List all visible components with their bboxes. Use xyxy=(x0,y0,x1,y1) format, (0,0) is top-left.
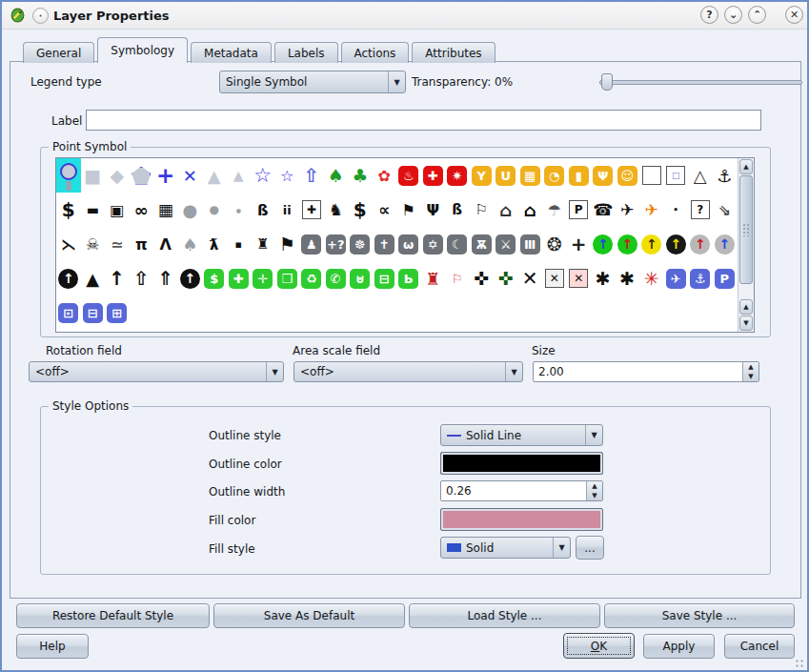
symbol-cinema[interactable]: ▦ xyxy=(518,158,543,193)
symbol-car[interactable]: ∞ xyxy=(130,193,154,227)
symbol-flower[interactable]: ✿ xyxy=(373,158,397,193)
save-style-button[interactable]: Save Style ... xyxy=(604,603,795,628)
symbol-arrow-yellow-black[interactable]: ↑ xyxy=(639,227,664,261)
symbol-shopping-cart[interactable]: ⊟ xyxy=(373,261,397,295)
symbol-anchor[interactable]: ⚓ xyxy=(713,158,738,193)
save-as-default-button[interactable]: Save As Default xyxy=(213,603,405,628)
symbol-star-open[interactable]: ☆ xyxy=(251,158,275,193)
symbol-first-aid-green[interactable]: ✚ xyxy=(227,261,252,295)
symbol-skier[interactable]: ⋋ xyxy=(56,227,81,261)
symbol-conifer-tree[interactable]: ♠ xyxy=(324,158,349,193)
symbol-tram[interactable]: ⊞ xyxy=(105,295,130,330)
symbol-circle-medium[interactable]: ● xyxy=(202,193,227,227)
symbol-point[interactable]: • xyxy=(664,193,689,227)
symbol-arrow-green-red[interactable]: ↑ xyxy=(616,227,640,261)
symbol-house-outline[interactable]: ⌂ xyxy=(494,193,518,227)
symbol-star[interactable]: ☆ xyxy=(275,158,300,193)
symbol-empty-square[interactable] xyxy=(639,158,664,193)
symbol-big-flag[interactable]: ⚑ xyxy=(275,227,300,261)
outline-color-swatch[interactable] xyxy=(440,452,603,475)
rotation-field-combo[interactable]: <off> ▼ xyxy=(29,361,284,382)
symbol-first-aid[interactable]: ✚ xyxy=(421,158,446,193)
symbol-telephone[interactable]: ☎ xyxy=(591,193,616,227)
symbol-money[interactable]: $ xyxy=(202,261,227,295)
symbol-fuel-pump[interactable]: ß xyxy=(445,193,470,227)
symbol-survey-cross[interactable]: ✜ xyxy=(470,261,495,295)
symbol-x-mark[interactable]: ✕ xyxy=(518,261,543,295)
symbol-airport[interactable]: ✈ xyxy=(664,261,689,295)
symbol-triangle[interactable]: ▲ xyxy=(202,158,227,193)
symbol-taxi[interactable]: ⊡ xyxy=(56,295,81,330)
symbol-north-arrow-3[interactable]: ⇑ xyxy=(153,261,178,295)
scroll-up-icon[interactable]: ▲ xyxy=(739,159,753,174)
cancel-button[interactable]: Cancel xyxy=(724,634,795,659)
symbol-circle-large[interactable]: ● xyxy=(178,193,203,227)
tab-general[interactable]: General xyxy=(23,42,94,63)
symbol-camera[interactable]: ▣ xyxy=(105,193,130,227)
symbol-cafe[interactable]: U xyxy=(494,158,518,193)
symbol-hospital[interactable]: ✚ xyxy=(299,193,324,227)
symbol-ticket[interactable]: ❒ xyxy=(275,261,300,295)
symbol-hindu[interactable]: ω xyxy=(396,227,421,261)
symbol-dollar[interactable]: $ xyxy=(56,193,81,227)
symbol-building[interactable]: ▦ xyxy=(153,193,178,227)
shade-button[interactable]: ⌄ xyxy=(724,6,742,24)
symbol-jewish[interactable]: ✡ xyxy=(421,227,446,261)
symbol-golf-pin[interactable]: ⚐ xyxy=(445,261,470,295)
fill-color-swatch[interactable] xyxy=(440,508,603,531)
help-button[interactable]: Help xyxy=(16,634,89,659)
tab-actions[interactable]: Actions xyxy=(341,42,410,63)
symbol-arrow-gray-blue[interactable]: ↑ xyxy=(713,227,738,261)
symbol-muslim[interactable]: ☾ xyxy=(445,227,470,261)
symbol-smilies[interactable]: ☺ xyxy=(616,158,640,193)
symbol-parachute[interactable]: ☂ xyxy=(542,193,567,227)
symbol-people[interactable]: ii xyxy=(275,193,300,227)
symbol-parking-box[interactable]: P xyxy=(567,193,592,227)
outline-style-combo[interactable]: Solid Line ▼ xyxy=(440,424,603,446)
symbol-restaurant[interactable]: Ψ xyxy=(591,158,616,193)
symbol-pentagon[interactable] xyxy=(130,158,154,193)
symbol-swimmer[interactable]: ≃ xyxy=(105,227,130,261)
spin-buttons[interactable]: ▲▼ xyxy=(586,481,602,500)
symbol-school[interactable]: +? xyxy=(324,227,349,261)
symbol-train[interactable]: ♜ xyxy=(421,261,446,295)
unshade-button[interactable]: ⌃ xyxy=(748,6,766,24)
symbol-shinto[interactable]: Ѫ xyxy=(470,227,495,261)
symbol-arrow-circle-black[interactable]: ↑ xyxy=(56,261,81,295)
size-spinbox[interactable]: 2.00 ▲▼ xyxy=(533,361,759,382)
symbol-temple[interactable]: Ⅲ xyxy=(518,227,543,261)
symbol-lodging[interactable]: Ь xyxy=(396,261,421,295)
fill-style-combo[interactable]: Solid ▼ xyxy=(440,537,571,559)
symbol-gray-tree[interactable]: ♠ xyxy=(178,227,203,261)
symbol-x-mark-pink[interactable]: ✕ xyxy=(567,261,592,295)
symbol-arrow[interactable]: ⇧ xyxy=(299,158,324,193)
symbol-plane-landing[interactable]: ⇘ xyxy=(713,193,738,227)
spin-up-icon[interactable]: ▲ xyxy=(587,481,602,491)
slider-track[interactable] xyxy=(599,80,802,85)
symbol-house[interactable]: ⌂ xyxy=(518,193,543,227)
symbol-open-triangle[interactable]: △ xyxy=(688,158,713,193)
symbol-fish[interactable]: ∝ xyxy=(373,193,397,227)
symbol-basket[interactable]: ⊍ xyxy=(348,261,373,295)
symbol-north-cross[interactable]: + xyxy=(567,227,592,261)
symbol-diamond[interactable]: ◆ xyxy=(105,158,130,193)
symbol-unknown-box[interactable]: ? xyxy=(688,193,713,227)
symbol-dollar-2[interactable]: $ xyxy=(348,193,373,227)
symbol-star-mark-red[interactable]: ✳ xyxy=(639,261,664,295)
symbol-teepee[interactable]: Λ xyxy=(153,227,178,261)
close-button[interactable]: ✕ xyxy=(785,6,803,24)
spin-up-icon[interactable]: ▲ xyxy=(743,362,758,372)
tab-metadata[interactable]: Metadata xyxy=(191,42,272,63)
spin-down-icon[interactable]: ▼ xyxy=(587,491,602,500)
symbol-tower[interactable]: ♜ xyxy=(251,227,275,261)
ok-button[interactable]: OK xyxy=(563,633,635,659)
symbol-food[interactable]: Ψ xyxy=(421,193,446,227)
symbol-arrow-black-yellow[interactable]: ↑ xyxy=(664,227,689,261)
symbol-danger-skull[interactable]: ☠ xyxy=(81,227,106,261)
symbol-circle-selected[interactable] xyxy=(56,158,81,193)
scrollbar-thumb[interactable] xyxy=(739,175,753,284)
symbol-harbor[interactable]: ⚓ xyxy=(688,261,713,295)
symbol-cross2[interactable]: ✕ xyxy=(178,158,203,193)
symbol-equilateral-triangle[interactable]: ▲ xyxy=(227,158,252,193)
symbol-north-arrow-2[interactable]: ⇧ xyxy=(130,261,154,295)
